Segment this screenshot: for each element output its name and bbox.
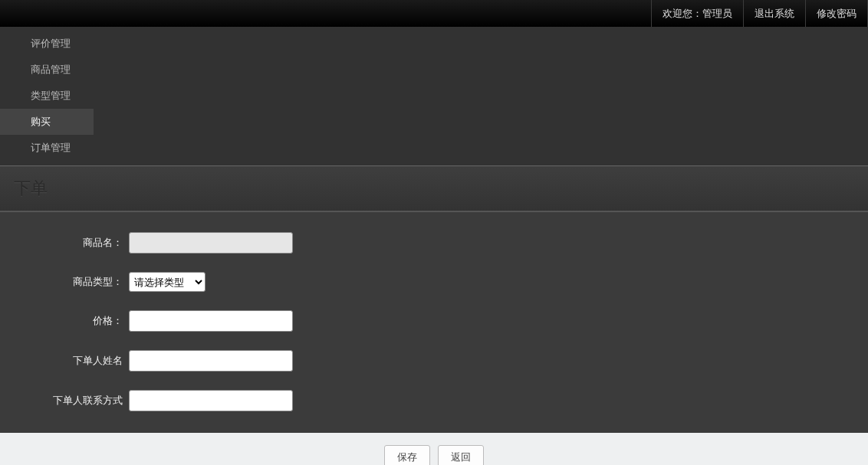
price-input[interactable] bbox=[129, 310, 293, 332]
product-name-input[interactable] bbox=[129, 232, 293, 254]
nav-item-products[interactable]: 商品管理 bbox=[0, 57, 94, 83]
buyer-name-input[interactable] bbox=[129, 350, 293, 372]
price-label: 价格： bbox=[0, 314, 129, 328]
change-password-link[interactable]: 修改密码 bbox=[805, 0, 868, 27]
product-type-select[interactable]: 请选择类型 bbox=[129, 272, 205, 292]
side-nav: 评价管理 商品管理 类型管理 购买 订单管理 bbox=[0, 28, 868, 165]
nav-item-buy[interactable]: 购买 bbox=[0, 109, 94, 135]
nav-item-types[interactable]: 类型管理 bbox=[0, 83, 94, 109]
topbar: 欢迎您：管理员 退出系统 修改密码 bbox=[0, 0, 868, 28]
page-title: 下单 bbox=[14, 177, 854, 200]
nav-item-orders[interactable]: 订单管理 bbox=[0, 135, 94, 161]
order-form: 商品名： 商品类型： 请选择类型 价格： 下单人姓名 下单人联系方式 bbox=[0, 211, 868, 433]
welcome-text: 欢迎您：管理员 bbox=[651, 0, 743, 27]
product-name-label: 商品名： bbox=[0, 236, 129, 250]
logout-link[interactable]: 退出系统 bbox=[743, 0, 805, 27]
page-header: 下单 bbox=[0, 165, 868, 211]
buyer-contact-input[interactable] bbox=[129, 390, 293, 411]
back-button[interactable]: 返回 bbox=[438, 445, 484, 465]
buyer-contact-label: 下单人联系方式 bbox=[0, 394, 129, 408]
footer-actions: 保存 返回 bbox=[0, 433, 868, 465]
product-type-label: 商品类型： bbox=[0, 275, 129, 289]
nav-item-reviews[interactable]: 评价管理 bbox=[0, 31, 94, 57]
save-button[interactable]: 保存 bbox=[384, 445, 430, 465]
buyer-name-label: 下单人姓名 bbox=[0, 354, 129, 368]
